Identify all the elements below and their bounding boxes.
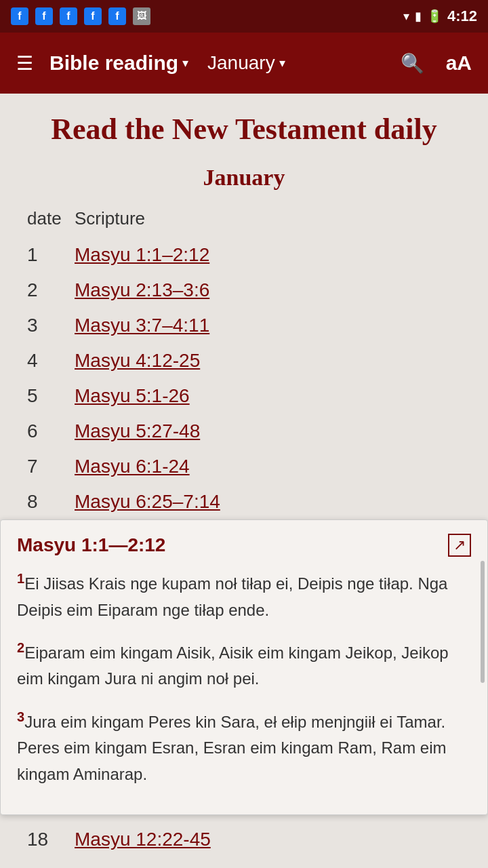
time-display: 4:12 — [447, 7, 477, 25]
signal-icon: ▮ — [415, 9, 422, 24]
status-icons: f f f f f 🖼 — [11, 7, 150, 25]
verse-paragraph: 3Jura eim kingam Peres kin Sara, eł ełip… — [17, 706, 471, 787]
scripture-link[interactable]: Masyu 2:13–3:6 — [75, 279, 209, 300]
battery-icon: 🔋 — [427, 9, 442, 24]
table-row: 2 Masyu 2:13–3:6 — [27, 273, 461, 308]
verse-paragraph: 2Eiparam eim kingam Aisik, Aisik eim kin… — [17, 637, 471, 692]
verse-number: 3 — [17, 709, 24, 724]
table-row: 7 Masyu 6:1-24 — [27, 449, 461, 484]
popup-panel: Masyu 1:1—2:12 ↗ (function() { const dat… — [0, 519, 488, 815]
day-number: 4 — [27, 343, 75, 378]
scripture-link[interactable]: Masyu 6:25–7:14 — [75, 491, 220, 512]
fb-icon-4: f — [84, 7, 102, 25]
day-number: 3 — [27, 308, 75, 343]
verse-paragraph: 1Ei Jiisas Krais nge kupam noł tiłap ei,… — [17, 568, 471, 623]
page-title: Read the New Testament daily — [27, 110, 461, 149]
scripture-link[interactable]: Masyu 5:1-26 — [75, 385, 190, 406]
status-bar: f f f f f 🖼 ▾ ▮ 🔋 4:12 — [0, 0, 488, 33]
table-row: 6 Masyu 5:27-48 — [27, 414, 461, 449]
table-row: 3 Masyu 3:7–4:11 — [27, 308, 461, 343]
status-right: ▾ ▮ 🔋 4:12 — [403, 7, 477, 25]
scripture-link[interactable]: Masyu 6:1-24 — [75, 456, 190, 477]
app-title: Bible reading — [49, 52, 178, 75]
day-number: 6 — [27, 414, 75, 449]
day-number: 18 — [27, 823, 75, 856]
fb-icon-2: f — [35, 7, 53, 25]
verse-number: 1 — [17, 571, 24, 586]
scripture-link[interactable]: Masyu 4:12-25 — [75, 350, 200, 371]
table-header: date Scripture — [27, 204, 461, 237]
main-content: Read the New Testament daily January dat… — [0, 94, 488, 519]
day-number: 7 — [27, 449, 75, 484]
scripture-link[interactable]: Masyu 1:1–2:12 — [75, 244, 209, 265]
fb-icon-1: f — [11, 7, 28, 25]
table-row: 4 Masyu 4:12-25 — [27, 343, 461, 378]
fb-icon-3: f — [60, 7, 77, 25]
day-number: 2 — [27, 273, 75, 308]
search-button[interactable]: 🔍 — [395, 47, 430, 80]
reading-table: date Scripture 1 Masyu 1:1–2:12 2 Masyu … — [27, 204, 461, 519]
day-number: 5 — [27, 378, 75, 414]
table-row: 5 Masyu 5:1-26 — [27, 378, 461, 414]
popup-header: Masyu 1:1—2:12 ↗ — [17, 534, 471, 557]
table-row: 1 Masyu 1:1–2:12 — [27, 237, 461, 273]
image-icon: 🖼 — [133, 7, 150, 25]
toolbar: ☰ Bible reading ▾ January ▾ 🔍 aA — [0, 33, 488, 94]
bottom-table: 18 Masyu 12:22-45 — [27, 823, 461, 856]
hamburger-button[interactable]: ☰ — [11, 47, 39, 80]
day-number: 1 — [27, 237, 75, 273]
day-number: 8 — [27, 484, 75, 519]
scrollbar[interactable] — [481, 561, 485, 683]
scripture-link[interactable]: Masyu 5:27-48 — [75, 420, 200, 441]
title-dropdown-arrow: ▾ — [182, 56, 188, 71]
wifi-icon: ▾ — [403, 9, 409, 24]
verse-number: 2 — [17, 640, 24, 655]
month-label: January — [207, 52, 275, 74]
popup-title: Masyu 1:1—2:12 — [17, 534, 165, 556]
table-row: 18 Masyu 12:22-45 — [27, 823, 461, 856]
font-size-button[interactable]: aA — [441, 46, 477, 80]
title-dropdown[interactable]: Bible reading ▾ — [49, 52, 188, 75]
scripture-link[interactable]: Masyu 12:22-45 — [75, 829, 211, 850]
bottom-section: 18 Masyu 12:22-45 — [0, 815, 488, 864]
fb-icon-5: f — [108, 7, 126, 25]
date-header: date — [27, 204, 75, 237]
scripture-header: Scripture — [75, 204, 461, 237]
external-link-icon[interactable]: ↗ — [448, 534, 471, 557]
table-row: 8 Masyu 6:25–7:14 — [27, 484, 461, 519]
month-dropdown[interactable]: January ▾ — [207, 52, 285, 74]
month-heading: January — [27, 165, 461, 191]
month-dropdown-arrow: ▾ — [279, 56, 285, 71]
scripture-link[interactable]: Masyu 3:7–4:11 — [75, 315, 209, 336]
